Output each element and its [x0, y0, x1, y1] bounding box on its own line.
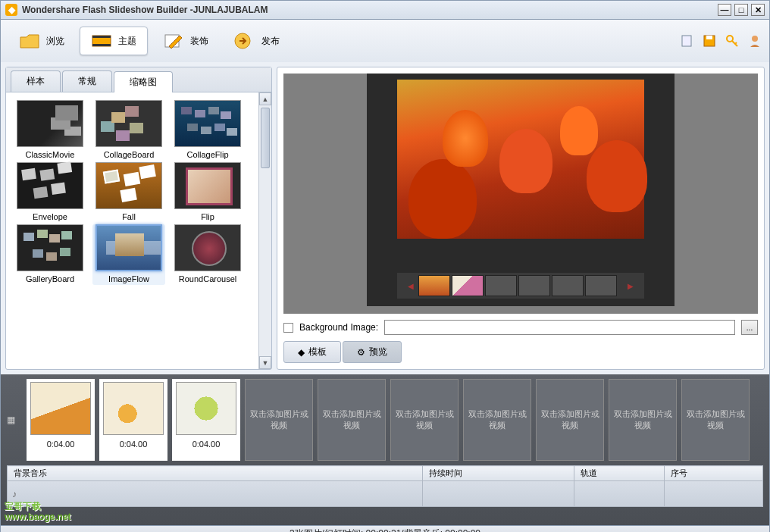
main-area: 样本 常规 缩略图 ClassicMovieCollageBoardCollag… [0, 62, 770, 374]
theme-button[interactable]: 主题 [80, 27, 148, 55]
svg-rect-5 [682, 36, 691, 46]
empty-clip-slot[interactable]: 双击添加图片或视频 [318, 379, 386, 461]
theme-label: Envelope [14, 212, 86, 221]
document-icon[interactable] [680, 34, 693, 48]
theme-imageflow[interactable]: ImageFlow [92, 224, 165, 285]
template-icon: ◆ [298, 347, 305, 358]
theme-label: Flip [171, 212, 244, 221]
clip-time: 0:04.00 [47, 440, 75, 449]
theme-thumb [17, 224, 83, 271]
filmstrip-thumb[interactable] [485, 275, 517, 296]
theme-thumb [174, 224, 241, 271]
prev-icon[interactable]: ◀ [405, 282, 417, 290]
key-icon[interactable] [725, 34, 739, 48]
film-icon [91, 32, 112, 50]
svg-point-9 [752, 36, 758, 42]
theme-fall[interactable]: Fall [92, 162, 165, 221]
theme-collageboard[interactable]: CollageBoard [92, 100, 165, 159]
browse-bg-button[interactable]: ... [741, 320, 758, 335]
timeline-clip[interactable]: 0:04.00 [172, 379, 240, 461]
publish-button[interactable]: 发布 [224, 27, 290, 55]
timeline-clip[interactable]: 0:04.00 [27, 379, 95, 461]
audio-track-row[interactable]: ♪ [8, 481, 763, 507]
clip-time: 0:04.00 [192, 440, 221, 449]
theme-thumb [17, 162, 83, 209]
theme-roundcarousel[interactable]: RoundCarousel [171, 224, 244, 285]
tab-sample[interactable]: 样本 [11, 70, 61, 92]
theme-tabs: 样本 常规 缩略图 [6, 67, 271, 92]
slide-frame: ◀ ▶ [367, 74, 675, 306]
svg-point-8 [727, 36, 733, 42]
theme-thumb [174, 100, 241, 147]
empty-clip-slot[interactable]: 双击添加图片或视频 [536, 379, 604, 461]
app-logo-icon: ◆ [5, 4, 17, 16]
bg-image-input[interactable] [384, 320, 735, 335]
svg-rect-7 [706, 36, 712, 39]
timeline-strip: ▦ 0:04.000:04.000:04.00双击添加图片或视频双击添加图片或视… [7, 379, 763, 461]
filmstrip-thumb[interactable] [418, 275, 450, 296]
theme-envelope[interactable]: Envelope [14, 162, 86, 221]
theme-collageflip[interactable]: CollageFlip [171, 100, 244, 159]
main-toolbar: 浏览 主题 装饰 发布 [0, 20, 770, 62]
arrow-right-icon [234, 32, 255, 50]
maximize-button[interactable]: □ [734, 4, 748, 16]
theme-label: RoundCarousel [171, 274, 244, 283]
timeline-clip[interactable]: 0:04.00 [99, 379, 167, 461]
clip-thumb [30, 382, 91, 435]
theme-panel: 样本 常规 缩略图 ClassicMovieCollageBoardCollag… [5, 67, 272, 370]
empty-clip-slot[interactable]: 双击添加图片或视频 [390, 379, 459, 461]
tab-normal[interactable]: 常规 [62, 70, 112, 92]
audio-track-table: 背景音乐 持续时间 轨道 序号 ♪ [7, 465, 763, 507]
video-track-icon: ▦ [7, 379, 22, 461]
filmstrip-thumb[interactable] [518, 275, 550, 296]
theme-classicmovie[interactable]: ClassicMovie [14, 100, 86, 159]
scrollbar[interactable]: ▲ ▼ [258, 92, 271, 369]
preview-image [397, 80, 644, 239]
theme-thumb [95, 162, 162, 209]
theme-label: ImageFlow [92, 274, 165, 283]
user-icon[interactable] [748, 34, 762, 48]
browse-button[interactable]: 浏览 [8, 27, 75, 55]
watermark: 宝哥下载 www.baoge.net [5, 494, 71, 521]
theme-label: 主题 [118, 35, 136, 48]
close-button[interactable]: ✕ [751, 4, 765, 16]
preview-panel: ◀ ▶ Background Image: ... ◆ 模板 [277, 67, 765, 370]
scroll-thumb[interactable] [261, 108, 270, 168]
filmstrip-thumb[interactable] [452, 275, 484, 296]
empty-clip-slot[interactable]: 双击添加图片或视频 [463, 379, 531, 461]
scroll-down-icon[interactable]: ▼ [259, 356, 271, 369]
clip-thumb [176, 382, 236, 435]
edit-icon [163, 32, 184, 50]
theme-galleryboard[interactable]: GalleryBoard [14, 224, 86, 285]
tab-thumbnail[interactable]: 缩略图 [114, 71, 173, 92]
theme-label: GalleryBoard [14, 274, 86, 283]
decorate-button[interactable]: 装饰 [152, 27, 219, 55]
tab-template[interactable]: ◆ 模板 [283, 341, 341, 363]
empty-clip-slot[interactable]: 双击添加图片或视频 [609, 379, 677, 461]
theme-label: ClassicMovie [14, 150, 86, 159]
tab-template-label: 模板 [308, 346, 327, 358]
bg-image-checkbox[interactable] [283, 323, 293, 333]
theme-thumb [174, 162, 241, 209]
svg-rect-2 [92, 44, 111, 46]
scroll-up-icon[interactable]: ▲ [259, 92, 271, 105]
empty-clip-slot[interactable]: 双击添加图片或视频 [245, 379, 313, 461]
theme-thumb [17, 100, 83, 147]
theme-flip[interactable]: Flip [171, 162, 244, 221]
tab-preview[interactable]: ⚙ 预览 [343, 341, 402, 363]
filmstrip-thumb[interactable] [552, 275, 584, 296]
preview-tabs: ◆ 模板 ⚙ 预览 [283, 341, 758, 363]
theme-thumb [95, 100, 162, 147]
filmstrip-thumb[interactable] [585, 275, 617, 296]
col-bgm: 背景音乐 [8, 466, 423, 481]
empty-clip-slot[interactable]: 双击添加图片或视频 [681, 379, 750, 461]
minimize-button[interactable]: — [718, 4, 731, 16]
col-duration: 持续时间 [423, 466, 574, 481]
watermark-text: 宝哥下载 [5, 501, 41, 512]
svg-rect-1 [92, 36, 111, 38]
next-icon[interactable]: ▶ [624, 282, 637, 290]
decorate-label: 装饰 [190, 35, 208, 48]
save-icon[interactable] [703, 34, 716, 48]
timeline-area: ▦ 0:04.000:04.000:04.00双击添加图片或视频双击添加图片或视… [0, 374, 770, 526]
status-bar: 3张图片/幻灯时间: 00:00:21/背景音乐: 00:00:00 [0, 526, 770, 532]
